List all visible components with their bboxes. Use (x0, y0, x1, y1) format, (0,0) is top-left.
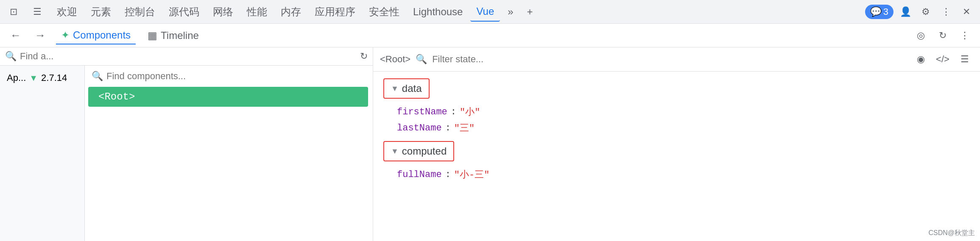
component-search-icon: 🔍 (92, 71, 103, 82)
refresh-icon[interactable]: ↻ (934, 27, 951, 44)
find-bar: 🔍 ↻ (0, 47, 373, 66)
computed-arrow-icon: ▼ (391, 147, 399, 156)
main-content: 🔍 ↻ Ap... ▼ 2.7.14 🔍 <R (0, 47, 980, 241)
forward-button[interactable]: → (31, 27, 49, 44)
filter-search-icon: 🔍 (416, 54, 427, 65)
state-content: ▼ data firstName : "小" lastName : "三" ▼ (373, 72, 980, 241)
vue-version: 2.7.14 (41, 72, 67, 83)
firstname-value: "小" (460, 105, 480, 118)
tab-memory[interactable]: 内存 (275, 2, 307, 22)
tab-bar-left-icons: ⊡ ☰ (5, 3, 46, 20)
screen-cast-icon[interactable]: ⊡ (5, 3, 22, 20)
data-section-label: data (402, 83, 422, 94)
left-panel: 🔍 ↻ Ap... ▼ 2.7.14 🔍 <R (0, 47, 373, 241)
back-button[interactable]: ← (7, 27, 25, 44)
toolbar: ← → ✦ Components ▦ Timeline ◎ ↻ ⋮ (0, 24, 980, 47)
timeline-label: Timeline (161, 30, 199, 42)
lastname-colon: : (445, 123, 451, 133)
fullname-key: fullName (397, 169, 442, 180)
tab-add[interactable]: + (521, 3, 539, 21)
settings-icon[interactable]: ⚙ (917, 3, 934, 20)
root-node-label: <Root> (98, 91, 135, 102)
timeline-tab[interactable]: ▦ Timeline (142, 27, 204, 44)
tab-bar-right: 💬 3 👤 ⚙ ⋮ ✕ (865, 3, 975, 20)
right-panel: <Root> 🔍 ◉ </> ☰ ▼ data firstName : "小" (373, 47, 980, 241)
tab-lighthouse[interactable]: Lighthouse (407, 3, 469, 21)
account-icon[interactable]: 👤 (897, 3, 914, 20)
filter-state-input[interactable] (432, 54, 667, 65)
lastname-value: "三" (454, 122, 475, 134)
close-icon[interactable]: ✕ (958, 3, 975, 20)
data-section-header[interactable]: ▼ data (383, 78, 430, 99)
computed-section-header[interactable]: ▼ computed (383, 141, 454, 161)
toolbar-right-icons: ◎ ↻ ⋮ (912, 27, 973, 44)
root-component-node[interactable]: <Root> (88, 87, 368, 107)
code-icon[interactable]: </> (934, 51, 951, 68)
watermark: CSDN@秋堂主 (928, 229, 975, 238)
inspect-icon[interactable]: ◉ (912, 51, 929, 68)
tab-application[interactable]: 应用程序 (309, 2, 361, 22)
component-search-bar: 🔍 (88, 69, 369, 83)
badge-count: 3 (883, 6, 888, 17)
tab-network[interactable]: 网络 (207, 2, 239, 22)
fullname-colon: : (445, 169, 451, 180)
left-content: Ap... ▼ 2.7.14 🔍 <Root> (0, 66, 373, 241)
components-label: Components (73, 29, 131, 41)
firstname-row: firstName : "小" (383, 104, 970, 120)
vue-icon: ▼ (29, 73, 38, 83)
component-tree: 🔍 <Root> (85, 66, 373, 241)
lastname-row: lastName : "三" (383, 120, 970, 136)
find-refresh-icon[interactable]: ↻ (360, 51, 368, 62)
tab-more[interactable]: » (502, 3, 519, 21)
tab-bar: ⊡ ☰ 欢迎 元素 控制台 源代码 网络 性能 内存 应用程序 安全性 Ligh… (0, 0, 980, 24)
more-vert-icon[interactable]: ⋮ (938, 3, 955, 20)
data-arrow-icon: ▼ (391, 84, 399, 93)
component-sidebar: Ap... ▼ 2.7.14 (0, 66, 85, 241)
fullname-value: "小-三" (454, 168, 490, 181)
computed-section-label: computed (402, 145, 447, 157)
panel-icon[interactable]: ☰ (956, 51, 973, 68)
root-tag-label: <Root> (380, 54, 410, 65)
tab-welcome[interactable]: 欢迎 (51, 2, 83, 22)
options-icon[interactable]: ⋮ (956, 27, 973, 44)
tab-performance[interactable]: 性能 (241, 2, 273, 22)
fullname-row: fullName : "小-三" (383, 166, 970, 183)
mobile-icon[interactable]: ☰ (29, 3, 46, 20)
find-search-icon: 🔍 (5, 51, 17, 62)
timeline-icon: ▦ (148, 30, 157, 42)
target-icon[interactable]: ◎ (912, 27, 929, 44)
tab-console[interactable]: 控制台 (119, 2, 161, 22)
chat-icon: 💬 (870, 6, 882, 17)
components-tab[interactable]: ✦ Components (56, 27, 136, 44)
component-search-input[interactable] (106, 71, 366, 82)
firstname-colon: : (451, 107, 456, 117)
component-icon: ✦ (61, 29, 70, 41)
tab-elements[interactable]: 元素 (85, 2, 117, 22)
right-panel-icons: ◉ </> ☰ (912, 51, 973, 68)
tab-vue[interactable]: Vue (470, 2, 500, 22)
firstname-key: firstName (397, 107, 447, 117)
chat-badge[interactable]: 💬 3 (865, 5, 893, 19)
find-input[interactable] (20, 51, 357, 62)
right-panel-header: <Root> 🔍 ◉ </> ☰ (373, 47, 980, 72)
app-label: Ap... (7, 72, 26, 83)
tab-sources[interactable]: 源代码 (163, 2, 205, 22)
tab-security[interactable]: 安全性 (363, 2, 405, 22)
lastname-key: lastName (397, 123, 442, 133)
sidebar-app-item[interactable]: Ap... ▼ 2.7.14 (0, 69, 84, 87)
